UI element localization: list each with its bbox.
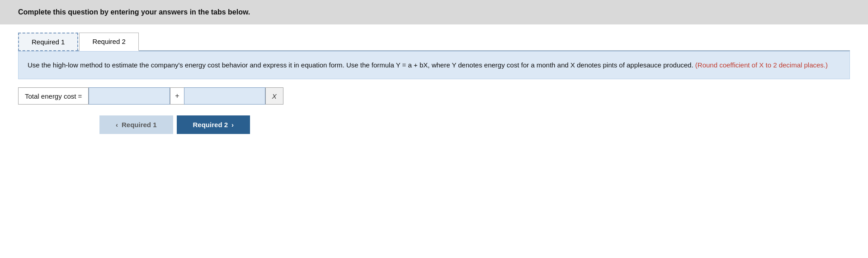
next-label: Required 2 [193, 121, 228, 129]
prev-button[interactable]: ‹ Required 1 [99, 115, 173, 134]
energy-cost-a-input[interactable] [89, 87, 170, 105]
instruction-text: Complete this question by entering your … [18, 8, 250, 16]
tab-required1[interactable]: Required 1 [18, 33, 78, 51]
question-area: Use the high-low method to estimate the … [18, 51, 850, 79]
tabs-container: Required 1 Required 2 [18, 32, 850, 51]
energy-cost-b-input[interactable] [184, 87, 265, 105]
tab-required2[interactable]: Required 2 [79, 33, 138, 51]
question-red-note: (Round coefficient of X to 2 decimal pla… [695, 61, 828, 69]
input-label: Total energy cost = [18, 87, 89, 105]
page-wrapper: Complete this question by entering your … [0, 0, 868, 258]
x-label: X [265, 87, 283, 105]
prev-label: Required 1 [122, 121, 157, 129]
prev-icon: ‹ [116, 121, 118, 129]
plus-sign: + [170, 87, 184, 105]
next-icon: › [231, 121, 234, 129]
instruction-bar: Complete this question by entering your … [0, 0, 868, 24]
input-row: Total energy cost = + X [18, 87, 850, 105]
main-content: Required 1 Required 2 Use the high-low m… [0, 32, 868, 148]
nav-buttons: ‹ Required 1 Required 2 › [99, 115, 850, 134]
next-button[interactable]: Required 2 › [177, 115, 250, 134]
question-main-text: Use the high-low method to estimate the … [28, 61, 693, 69]
